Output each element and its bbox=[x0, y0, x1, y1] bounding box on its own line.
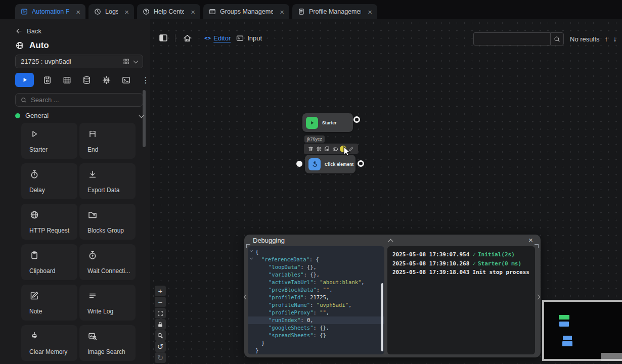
tab-logs[interactable]: Logs × bbox=[88, 4, 134, 19]
input-port[interactable] bbox=[296, 161, 302, 167]
close-icon[interactable]: × bbox=[121, 8, 129, 16]
redo-button[interactable]: ↻ bbox=[155, 352, 166, 363]
json-line: "variables": {}, bbox=[248, 271, 384, 279]
close-icon[interactable]: × bbox=[188, 8, 195, 16]
lines-icon bbox=[87, 291, 98, 301]
block-label: Image Search bbox=[87, 348, 125, 355]
collapse-icon[interactable] bbox=[388, 239, 393, 244]
panel-nav-right-icon[interactable] bbox=[536, 295, 541, 300]
close-icon[interactable]: × bbox=[528, 236, 533, 244]
input-tab[interactable]: Input bbox=[236, 34, 262, 42]
block-card-note[interactable]: Note bbox=[21, 285, 77, 321]
node-starter[interactable]: Starter bbox=[302, 113, 353, 132]
find-search-button[interactable] bbox=[550, 32, 564, 46]
block-card-blocks-group[interactable]: Blocks Group bbox=[79, 204, 136, 240]
debug-panel-title: Debugging bbox=[253, 237, 285, 244]
table-button[interactable] bbox=[60, 73, 73, 86]
block-card-image-search[interactable]: Image Search bbox=[79, 325, 136, 361]
delete-button[interactable] bbox=[307, 146, 314, 153]
zoom-in-button[interactable]: + bbox=[155, 286, 166, 296]
settings-button[interactable] bbox=[315, 146, 322, 153]
block-card-clipboard[interactable]: Clipboard bbox=[21, 244, 77, 280]
search-icon bbox=[553, 35, 561, 43]
minimap[interactable] bbox=[542, 300, 622, 361]
block-label: Starter bbox=[29, 146, 48, 153]
log-entry: 2025-05-08 17:39:10.268✓Starter(0 ms) bbox=[392, 259, 530, 268]
find-next-button[interactable]: ↓ bbox=[613, 35, 617, 43]
duplicate-button[interactable] bbox=[323, 146, 330, 153]
close-icon[interactable]: × bbox=[277, 8, 284, 16]
flow-canvas[interactable]: <> Editor Input No results ↑ ↓ Starter bbox=[150, 19, 622, 364]
block-card-http-request[interactable]: HTTP Request bbox=[21, 204, 77, 240]
fit-view-icon bbox=[157, 310, 164, 317]
collapse-arrow-icon[interactable] bbox=[250, 249, 253, 252]
terminal-button[interactable] bbox=[119, 73, 132, 86]
section-general-header[interactable]: General bbox=[15, 112, 143, 119]
block-search-input[interactable] bbox=[31, 96, 138, 104]
workflow-title: Auto bbox=[15, 40, 49, 51]
output-port[interactable] bbox=[358, 160, 364, 167]
toggle-visibility-button[interactable] bbox=[332, 146, 339, 153]
block-card-clear-memory[interactable]: Clear Memory bbox=[21, 325, 77, 361]
json-line: "activeTabUrl": "about:blank", bbox=[248, 279, 384, 286]
tab-profile-management[interactable]: Profile Management × bbox=[292, 4, 377, 19]
collapse-arrow-icon[interactable] bbox=[250, 256, 253, 260]
check-icon: ✓ bbox=[472, 260, 476, 267]
json-line: "profileId": 21725, bbox=[248, 294, 384, 301]
tab-groups-management[interactable]: Groups Management × bbox=[203, 4, 289, 19]
database-button[interactable] bbox=[80, 73, 93, 86]
block-card-export-data[interactable]: Export Data bbox=[79, 163, 136, 199]
sidebar: Back Auto 21725 : uvph5adi bbox=[0, 19, 150, 364]
profile-select-value: 21725 : uvph5adi bbox=[21, 58, 71, 65]
folder-icon bbox=[87, 210, 98, 220]
click-hand-icon bbox=[308, 158, 321, 170]
block-card-end[interactable]: End bbox=[79, 123, 136, 159]
input-icon bbox=[236, 34, 244, 42]
json-line: "spreadSheets": {} bbox=[248, 332, 384, 339]
run-button[interactable] bbox=[15, 73, 34, 87]
trash-icon bbox=[307, 146, 314, 152]
save-button[interactable] bbox=[40, 73, 54, 86]
home-button[interactable] bbox=[181, 31, 194, 44]
play-outline-icon bbox=[29, 129, 39, 139]
zoom-select-button[interactable] bbox=[155, 330, 166, 341]
profile-select[interactable]: 21725 : uvph5adi bbox=[15, 55, 143, 68]
close-icon[interactable]: × bbox=[365, 8, 372, 16]
node-label: Click element bbox=[325, 162, 353, 167]
browser-tab-bar: Automation Flow × Logs × Help Center × G… bbox=[0, 0, 622, 19]
check-icon: ✓ bbox=[472, 251, 476, 258]
play-icon bbox=[306, 117, 318, 129]
close-icon[interactable]: × bbox=[73, 8, 80, 16]
database-icon bbox=[82, 75, 92, 85]
tab-help-center[interactable]: Help Center × bbox=[137, 4, 200, 19]
tab-automation-flow[interactable]: Automation Flow × bbox=[15, 4, 85, 19]
block-card-delay[interactable]: Delay bbox=[21, 163, 77, 199]
minimap-node bbox=[563, 336, 572, 340]
node-click-element[interactable]: Click element bbox=[305, 155, 356, 173]
find-prev-button[interactable]: ↑ bbox=[605, 35, 608, 43]
tab-label: Help Center bbox=[154, 8, 184, 15]
zoom-out-button[interactable]: − bbox=[155, 297, 166, 307]
editor-tab[interactable]: <> Editor bbox=[204, 34, 231, 42]
back-button[interactable]: Back bbox=[15, 27, 41, 35]
block-card-wait-connection[interactable]: Wait Connecti... bbox=[79, 244, 136, 280]
minimap-node-starter bbox=[559, 315, 569, 320]
toggle-sidebar-button[interactable] bbox=[157, 31, 170, 44]
block-label: Clear Memory bbox=[29, 348, 67, 355]
fit-view-button[interactable] bbox=[155, 308, 166, 318]
block-card-write-log[interactable]: Write Log bbox=[79, 285, 136, 321]
tab-label: Automation Flow bbox=[32, 8, 69, 15]
home-icon bbox=[183, 33, 192, 43]
gear-icon bbox=[316, 146, 322, 152]
undo-button[interactable]: ↺ bbox=[155, 341, 166, 352]
resize-corner bbox=[535, 244, 539, 248]
settings-button[interactable] bbox=[100, 73, 113, 86]
output-port[interactable] bbox=[353, 116, 360, 123]
debug-panel: Debugging × { "referenceData": { "loopDa… bbox=[244, 235, 541, 357]
lock-button[interactable] bbox=[155, 319, 166, 330]
block-card-starter[interactable]: Starter bbox=[21, 123, 77, 159]
json-line: "referenceData": { bbox=[248, 256, 384, 263]
find-input[interactable] bbox=[473, 32, 550, 46]
broom-icon bbox=[29, 331, 39, 341]
json-scrollbar[interactable] bbox=[381, 283, 383, 351]
